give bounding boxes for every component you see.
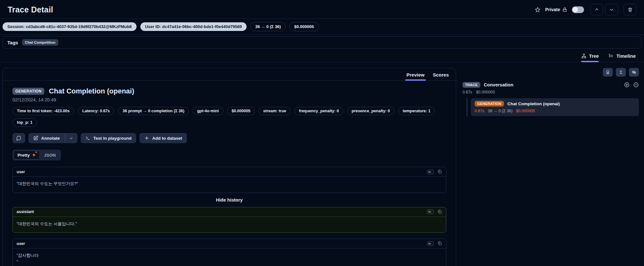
test-in-playground-label: Test in playground <box>93 136 132 141</box>
message-role: assistant <box>17 210 34 214</box>
page-header: Trace Detail Private <box>0 0 644 18</box>
user-id-badge[interactable]: User ID: dc47a41e-06bc-400d-bde1-f0e440d… <box>140 22 247 31</box>
message-assistant: assistant M↓ "대한민국의 수도는 서울입니다." <box>12 207 446 233</box>
observation-badges: Time to first token: -423.00s Latency: 0… <box>12 107 441 127</box>
tab-timeline[interactable]: Timeline <box>608 53 636 62</box>
format-json-button[interactable]: JSON <box>40 151 60 159</box>
pretty-label: Pretty <box>18 153 30 158</box>
copy-icon[interactable] <box>437 241 442 246</box>
badge-model[interactable]: gpt-4o-mini <box>193 107 223 115</box>
percent-icon: % <box>632 70 636 75</box>
trace-latency: 0.67s <box>463 90 472 94</box>
copy-icon[interactable] <box>437 210 442 214</box>
fold-vertical-icon <box>618 70 623 75</box>
scores-toggle-button[interactable] <box>603 68 613 77</box>
tags-label: Tags <box>7 40 18 45</box>
badge-frequency-penalty: frequency_penalty: 0 <box>294 107 343 115</box>
cost-badge: $0.000005 <box>289 22 318 31</box>
generation-name: Chat Completion (openai) <box>507 101 560 106</box>
session-badge[interactable]: Session: cd3abcd6-c81c-4037-935d-19d9f27… <box>3 22 137 31</box>
message-content: "대한민국의 수도는 서울입니다." <box>13 217 446 233</box>
trash-icon <box>627 7 633 12</box>
tag-chat-competition[interactable]: Chat Competition <box>22 39 58 46</box>
trace-cost: $0.000005 <box>476 90 495 94</box>
copy-icon[interactable] <box>437 169 442 174</box>
message-user-2: user M↓ "감사합니다 " <box>12 239 446 266</box>
public-toggle[interactable] <box>572 6 584 13</box>
metrics-toggle-button[interactable]: % <box>629 68 639 77</box>
trace-type-badge: TRACE <box>463 82 480 88</box>
format-pretty-button[interactable]: Pretty ✦✦ <box>13 151 40 159</box>
private-label: Private <box>545 7 560 12</box>
tags-container: Tags Chat Competition <box>3 36 641 48</box>
generation-type-badge: GENERATION <box>475 101 504 107</box>
message-content: "대한민국의 수도는 무엇인가요?" <box>13 177 446 193</box>
panel-tabs: Preview Scores <box>3 68 456 81</box>
timeline-icon <box>608 53 614 59</box>
chevron-up-icon <box>594 7 599 12</box>
message-role: user <box>17 241 25 246</box>
message-user-1: user M↓ "대한민국의 수도는 무엇인가요?" <box>12 167 446 193</box>
badge-cost: $0.000005 <box>227 107 255 115</box>
markdown-toggle-icon[interactable]: M↓ <box>427 170 433 174</box>
tab-scores[interactable]: Scores <box>433 72 449 80</box>
observation-title: Chat Completion (openai) <box>49 87 134 95</box>
generation-type-badge: GENERATION <box>12 88 44 95</box>
edit-icon <box>33 136 38 141</box>
page-title: Trace Detail <box>8 5 53 14</box>
trace-meta-row: Session: cd3abcd6-c81c-4037-935d-19d9f27… <box>0 19 644 34</box>
expand-all-icon[interactable] <box>624 82 630 88</box>
toggle-knob <box>573 7 578 12</box>
badge-latency: Latency: 0.67s <box>78 107 114 115</box>
annotate-dropdown-button[interactable] <box>65 133 78 143</box>
delete-trace-button[interactable] <box>624 4 636 15</box>
tree-icon <box>581 53 587 59</box>
annotate-label: Annotate <box>41 136 60 141</box>
chevron-down-icon <box>609 7 614 12</box>
badge-temperature: temperature: 1 <box>398 107 435 115</box>
chevron-down-icon <box>69 136 73 140</box>
badges-divider <box>0 34 644 35</box>
star-icon[interactable] <box>535 7 541 13</box>
next-trace-button[interactable] <box>605 4 618 15</box>
annotate-button[interactable]: Annotate <box>28 133 65 143</box>
badge-time-to-first-token: Time to first token: -423.00s <box>12 107 74 115</box>
observation-timestamp: 02/12/2024, 14:20:49 <box>12 97 446 102</box>
comment-icon <box>16 136 21 141</box>
message-content: "감사합니다 " <box>13 248 446 266</box>
comment-button[interactable] <box>12 133 25 143</box>
award-icon <box>605 70 610 75</box>
tree-indent-guide: GENERATION Chat Completion (openai) 0.67… <box>467 98 639 116</box>
terminal-icon <box>85 136 91 141</box>
generation-latency: 0.67s <box>475 109 485 113</box>
collapse-icon[interactable] <box>633 82 639 88</box>
badge-token-usage: 36 prompt → 0 completion (Σ 36) <box>118 107 189 115</box>
test-in-playground-button[interactable]: Test in playground <box>81 133 137 143</box>
hide-history-button[interactable]: Hide history <box>12 197 446 203</box>
collapse-all-button[interactable] <box>616 68 626 77</box>
format-toggle: Pretty ✦✦ JSON <box>12 150 61 160</box>
add-to-dataset-label: Add to dataset <box>152 136 182 141</box>
plus-icon <box>144 136 149 141</box>
sparkles-icon: ✦✦ <box>32 152 36 158</box>
lock-icon <box>562 7 567 12</box>
tab-tree-label: Tree <box>589 53 599 59</box>
generation-token-usage: 36 → 0 (Σ 36) <box>488 109 513 113</box>
markdown-toggle-icon[interactable]: M↓ <box>427 241 433 246</box>
messages-list: user M↓ "대한민국의 수도는 무엇인가요?" Hide history … <box>12 167 446 266</box>
tab-tree[interactable]: Tree <box>581 53 599 62</box>
trace-tree-panel: % TRACE Conversation 0.67s $0.000005 GEN… <box>463 68 641 116</box>
badge-stream: stream: true <box>259 107 291 115</box>
markdown-toggle-icon[interactable]: M↓ <box>427 210 433 214</box>
view-tabs: Tree Timeline <box>0 50 644 62</box>
trace-tree-root[interactable]: TRACE Conversation <box>463 82 639 88</box>
add-to-dataset-button[interactable]: Add to dataset <box>139 133 187 143</box>
observation-preview-panel: Preview Scores GENERATION Chat Completio… <box>3 68 456 266</box>
prev-trace-button[interactable] <box>590 4 603 15</box>
message-role: user <box>17 170 25 174</box>
annotate-split-button: Annotate <box>28 133 78 143</box>
tab-preview[interactable]: Preview <box>406 72 425 80</box>
generation-cost: $0.000005 <box>516 109 535 113</box>
generation-tree-node[interactable]: GENERATION Chat Completion (openai) 0.67… <box>471 98 639 116</box>
badge-presence-penalty: presence_penalty: 0 <box>347 107 394 115</box>
